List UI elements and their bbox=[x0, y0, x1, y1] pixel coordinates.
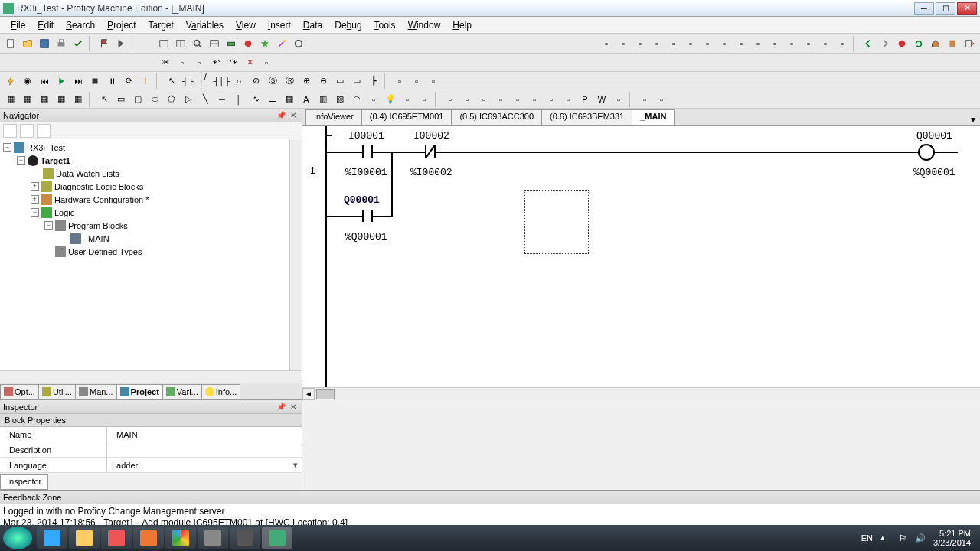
editor-hscroll[interactable]: ◄ bbox=[302, 387, 980, 399]
nav-7-icon[interactable]: ▫ bbox=[700, 36, 715, 51]
align4-icon[interactable]: ▫ bbox=[493, 92, 508, 107]
nav-4-icon[interactable]: ▫ bbox=[649, 36, 665, 51]
insp-close-icon[interactable]: ✕ bbox=[288, 402, 299, 412]
text-icon[interactable]: A bbox=[299, 92, 314, 107]
navtab-options[interactable]: Opt... bbox=[0, 384, 39, 399]
home-icon[interactable] bbox=[928, 36, 943, 51]
nav-13-icon[interactable]: ▫ bbox=[801, 36, 816, 51]
menu-file[interactable]: File bbox=[5, 18, 31, 32]
step-fwd-icon[interactable]: ⏭ bbox=[70, 73, 86, 89]
roundrect-icon[interactable]: ▢ bbox=[130, 92, 145, 107]
tree-udt[interactable]: User Defined Types bbox=[68, 247, 142, 256]
hline-icon[interactable]: ─ bbox=[214, 92, 230, 107]
nav-12-icon[interactable]: ▫ bbox=[784, 36, 799, 51]
grid3-icon[interactable]: ▦ bbox=[37, 92, 52, 107]
contact-no-icon[interactable]: ┤├ bbox=[181, 73, 196, 89]
polygon-icon[interactable]: ⬠ bbox=[164, 92, 179, 107]
nav-3-icon[interactable]: ▫ bbox=[632, 36, 648, 51]
menu-insert[interactable]: Insert bbox=[262, 18, 297, 32]
prop-lang-val[interactable]: Ladder▾ bbox=[107, 460, 302, 470]
menu-debug[interactable]: Debug bbox=[328, 18, 368, 32]
close-button[interactable]: ✕ bbox=[957, 2, 977, 15]
align3-icon[interactable]: ▫ bbox=[476, 92, 492, 107]
misc1-icon[interactable]: ▫ bbox=[637, 92, 652, 107]
nav-2-icon[interactable]: ▫ bbox=[616, 36, 631, 51]
nav-14-icon[interactable]: ▫ bbox=[818, 36, 833, 51]
tray-clock[interactable]: 5:21 PM 3/23/2014 bbox=[933, 529, 971, 547]
bulb-icon[interactable]: 💡 bbox=[383, 92, 398, 107]
lightning-icon[interactable] bbox=[3, 73, 18, 89]
triangle-icon[interactable]: ▷ bbox=[181, 92, 196, 107]
menu-edit[interactable]: Edit bbox=[31, 18, 60, 32]
widget1-icon[interactable]: ▫ bbox=[366, 92, 381, 107]
redo-icon[interactable]: ↷ bbox=[225, 55, 240, 70]
system-tray[interactable]: EN ▴ 🏳 🔊 5:21 PM 3/23/2014 bbox=[861, 529, 977, 547]
widget3-icon[interactable]: ▫ bbox=[416, 92, 432, 107]
tree-main[interactable]: _MAIN bbox=[83, 234, 109, 243]
tree-target[interactable]: Target1 bbox=[41, 156, 70, 165]
contact-nc-i2[interactable] bbox=[425, 145, 436, 158]
navtab-manager[interactable]: Man... bbox=[75, 384, 117, 399]
exit-icon[interactable] bbox=[962, 36, 977, 51]
align1-icon[interactable]: ▫ bbox=[443, 92, 458, 107]
nav-view2-icon[interactable] bbox=[20, 124, 34, 138]
save-icon[interactable] bbox=[37, 36, 52, 51]
nav-view1-icon[interactable] bbox=[3, 124, 17, 138]
insp-pin-icon[interactable]: 📌 bbox=[276, 402, 286, 412]
tree-hscroll[interactable] bbox=[0, 370, 302, 383]
tab-dropdown-icon[interactable]: ▾ bbox=[966, 114, 980, 125]
rect-icon[interactable]: ▭ bbox=[113, 92, 129, 107]
delete-icon[interactable]: ✕ bbox=[242, 55, 257, 70]
ld-tool1-icon[interactable]: ▫ bbox=[392, 73, 407, 89]
ld-tool2-icon[interactable]: ▫ bbox=[409, 73, 424, 89]
graph-icon[interactable]: ▨ bbox=[332, 92, 348, 107]
stop-icon[interactable] bbox=[894, 36, 910, 51]
coil-reset-icon[interactable]: Ⓡ bbox=[282, 73, 297, 89]
tree-datawatch[interactable]: Data Watch Lists bbox=[56, 169, 119, 178]
book-icon[interactable] bbox=[945, 36, 960, 51]
reload-icon[interactable]: ⟳ bbox=[121, 73, 136, 89]
grid4-icon[interactable]: ▦ bbox=[54, 92, 69, 107]
menu-variables[interactable]: Variables bbox=[180, 18, 230, 32]
navtab-info[interactable]: Info... bbox=[201, 384, 241, 399]
nav-8-icon[interactable]: ▫ bbox=[717, 36, 732, 51]
hscroll-left-icon[interactable]: ◄ bbox=[302, 388, 315, 400]
window3-icon[interactable] bbox=[207, 36, 222, 51]
nav-10-icon[interactable]: ▫ bbox=[750, 36, 766, 51]
minimize-button[interactable]: ─ bbox=[914, 2, 934, 15]
prop-name-val[interactable]: _MAIN bbox=[107, 430, 302, 439]
find-icon[interactable] bbox=[190, 36, 205, 51]
coil-icon[interactable]: ○ bbox=[231, 73, 247, 89]
nav-pin-icon[interactable]: 📌 bbox=[276, 110, 286, 121]
task-app3[interactable] bbox=[230, 527, 260, 549]
back-icon[interactable] bbox=[861, 36, 876, 51]
ladder-editor[interactable]: 1 I00001 I00002 Q00001 %I00001 %I00002 %… bbox=[302, 126, 980, 387]
tree-project[interactable]: RX3i_Test bbox=[27, 143, 65, 152]
open-icon[interactable] bbox=[20, 36, 35, 51]
grid5-icon[interactable]: ▦ bbox=[70, 92, 86, 107]
tab-bem331[interactable]: (0.6) IC693BEM331 bbox=[541, 109, 632, 125]
align7-icon[interactable]: ▫ bbox=[544, 92, 559, 107]
contact-nc-icon[interactable]: ┤/├ bbox=[198, 73, 213, 89]
pause-icon[interactable]: ⏸ bbox=[104, 73, 119, 89]
widget2-icon[interactable]: ▫ bbox=[400, 92, 415, 107]
arc-icon[interactable]: ◠ bbox=[349, 92, 364, 107]
check-icon[interactable] bbox=[70, 36, 86, 51]
tab-main[interactable]: _MAIN bbox=[632, 109, 675, 125]
vline-icon[interactable]: │ bbox=[231, 92, 247, 107]
nav-6-icon[interactable]: ▫ bbox=[683, 36, 698, 51]
func-icon[interactable]: ▭ bbox=[332, 73, 348, 89]
nav-9-icon[interactable]: ▫ bbox=[733, 36, 749, 51]
task-app1[interactable] bbox=[101, 527, 132, 549]
wand-icon[interactable] bbox=[274, 36, 289, 51]
task-ie[interactable] bbox=[37, 527, 67, 549]
align2-icon[interactable]: ▫ bbox=[459, 92, 475, 107]
tray-net-icon[interactable]: 🔊 bbox=[915, 533, 926, 543]
print-icon[interactable] bbox=[54, 36, 69, 51]
menu-help[interactable]: Help bbox=[446, 18, 478, 32]
task-firefox[interactable] bbox=[133, 527, 164, 549]
menu-data[interactable]: Data bbox=[297, 18, 328, 32]
tree-programblocks[interactable]: Program Blocks bbox=[68, 221, 128, 230]
polyline-icon[interactable]: ∿ bbox=[248, 92, 263, 107]
tab-infoviewer[interactable]: InfoViewer bbox=[305, 109, 362, 125]
